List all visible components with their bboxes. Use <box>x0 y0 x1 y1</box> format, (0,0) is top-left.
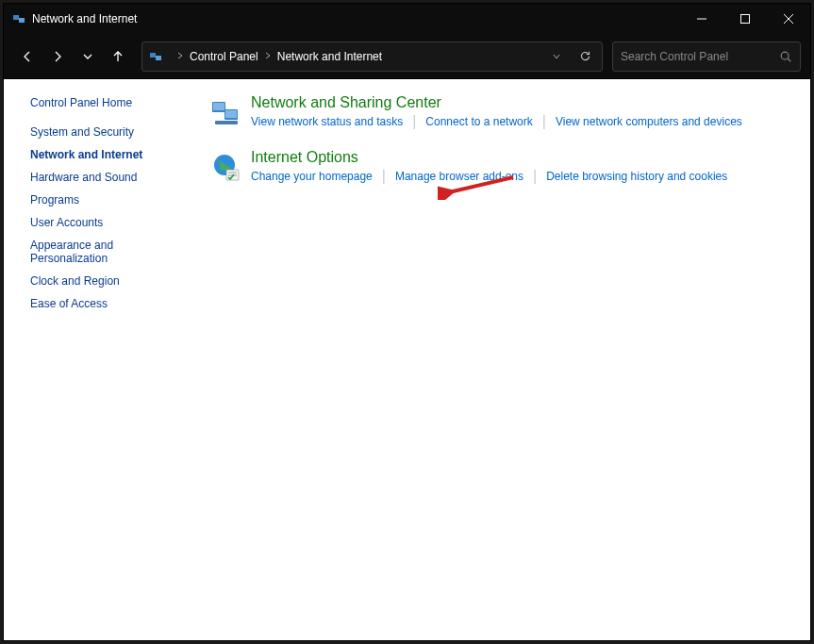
link-delete-history[interactable]: Delete browsing history and cookies <box>546 170 727 183</box>
sidebar-item-programs[interactable]: Programs <box>4 189 202 211</box>
sidebar-item-appearance[interactable]: Appearance and Personalization <box>4 234 145 270</box>
network-icon <box>148 49 163 64</box>
main-panel: Network and Sharing Center View network … <box>202 79 810 640</box>
chevron-right-icon[interactable] <box>176 51 184 61</box>
svg-rect-3 <box>741 15 750 24</box>
separator: | <box>542 113 546 130</box>
link-view-network-computers[interactable]: View network computers and devices <box>556 115 742 128</box>
content-area: Control Panel Home System and Security N… <box>4 79 810 640</box>
maximize-button[interactable] <box>723 4 767 34</box>
svg-rect-1 <box>19 18 25 23</box>
network-icon <box>11 11 26 26</box>
internet-options-icon <box>208 149 245 187</box>
close-button[interactable] <box>767 4 810 34</box>
sidebar-item-ease-access[interactable]: Ease of Access <box>4 292 202 315</box>
up-button[interactable] <box>104 42 132 71</box>
search-icon[interactable] <box>779 50 792 63</box>
sidebar-item-hardware-sound[interactable]: Hardware and Sound <box>4 166 202 189</box>
window-title: Network and Internet <box>32 12 137 25</box>
search-input[interactable] <box>621 50 779 63</box>
category-internet-options: Internet Options Change your homepage | … <box>208 149 791 187</box>
sidebar-item-clock-region[interactable]: Clock and Region <box>4 270 202 292</box>
svg-rect-0 <box>13 15 19 20</box>
link-change-homepage[interactable]: Change your homepage <box>251 170 373 183</box>
minimize-button[interactable] <box>680 4 723 34</box>
separator: | <box>382 168 386 185</box>
breadcrumb-network-and-internet[interactable]: Network and Internet <box>277 50 382 63</box>
titlebar: Network and Internet <box>4 4 810 34</box>
toolbar: Control Panel Network and Internet <box>4 34 810 79</box>
refresh-button[interactable] <box>573 45 596 68</box>
sidebar-item-network-internet[interactable]: Network and Internet <box>4 143 202 166</box>
address-dropdown-button[interactable] <box>545 45 568 68</box>
link-view-network-status[interactable]: View network status and tasks <box>251 115 403 128</box>
sidebar-control-panel-home[interactable]: Control Panel Home <box>4 96 202 121</box>
recent-locations-button[interactable] <box>74 42 102 71</box>
svg-point-8 <box>781 52 789 59</box>
category-title-internet-options[interactable]: Internet Options <box>251 149 358 166</box>
svg-rect-11 <box>213 103 224 110</box>
network-sharing-icon <box>208 94 245 132</box>
searchbox[interactable] <box>612 41 801 72</box>
category-network-sharing: Network and Sharing Center View network … <box>208 94 791 132</box>
addressbar[interactable]: Control Panel Network and Internet <box>141 41 603 72</box>
control-panel-window: Network and Internet <box>3 3 811 641</box>
chevron-right-icon[interactable] <box>264 51 272 61</box>
svg-rect-6 <box>150 53 156 58</box>
forward-button[interactable] <box>43 42 72 71</box>
svg-rect-13 <box>225 110 237 118</box>
link-manage-addons[interactable]: Manage browser add-ons <box>395 170 523 183</box>
back-button[interactable] <box>13 42 42 71</box>
separator: | <box>412 113 416 130</box>
sidebar-item-system-security[interactable]: System and Security <box>4 121 202 143</box>
svg-rect-14 <box>215 121 238 124</box>
titlebar-controls <box>680 4 810 34</box>
svg-rect-7 <box>156 56 161 60</box>
sidebar: Control Panel Home System and Security N… <box>4 79 202 640</box>
svg-line-9 <box>788 58 790 61</box>
sidebar-item-user-accounts[interactable]: User Accounts <box>4 211 202 234</box>
category-title-network-sharing[interactable]: Network and Sharing Center <box>251 94 441 111</box>
link-connect-network[interactable]: Connect to a network <box>425 115 532 128</box>
svg-rect-16 <box>226 170 239 180</box>
breadcrumb-control-panel[interactable]: Control Panel <box>190 50 258 63</box>
separator: | <box>533 168 537 185</box>
